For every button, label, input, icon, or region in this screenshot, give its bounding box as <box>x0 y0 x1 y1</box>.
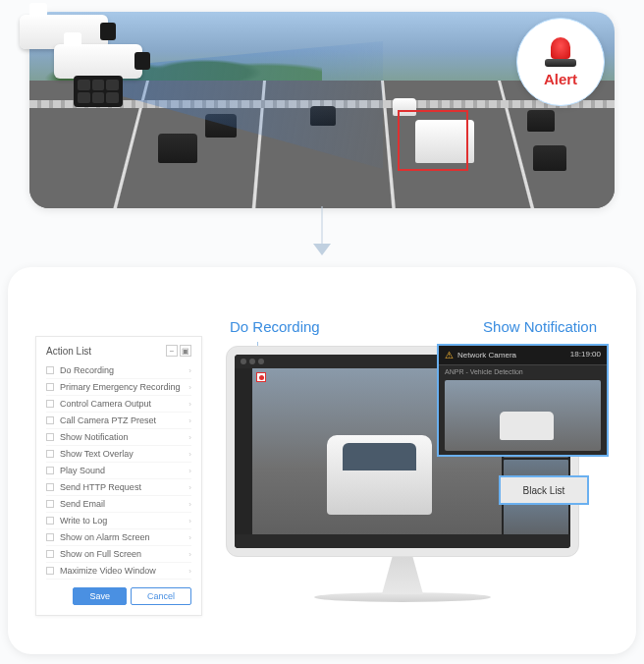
action-list-title: Action List <box>46 346 91 357</box>
checkbox[interactable] <box>46 416 54 424</box>
ir-illuminator <box>74 76 123 107</box>
chevron-right-icon: › <box>188 567 191 576</box>
detection-bounding-box <box>398 110 468 171</box>
vehicle <box>158 134 197 163</box>
checkbox[interactable] <box>46 533 54 541</box>
action-item[interactable]: Call Camera PTZ Preset› <box>46 413 191 429</box>
action-item-label: Control Camera Output <box>60 399 188 409</box>
chevron-right-icon: › <box>188 483 191 492</box>
checkbox[interactable] <box>46 500 54 508</box>
chevron-right-icon: › <box>188 467 191 475</box>
chevron-right-icon: › <box>188 433 191 442</box>
save-button[interactable]: Save <box>73 587 127 605</box>
action-item-label: Play Sound <box>60 466 188 475</box>
app-sidebar <box>235 368 252 548</box>
action-item-label: Do Recording <box>60 365 188 375</box>
chevron-right-icon: › <box>188 416 191 425</box>
panel-header-icons: − ▣ <box>166 345 191 357</box>
callout-do-recording: Do Recording <box>230 318 320 335</box>
vehicle-thumbnail <box>500 412 555 440</box>
callout-show-notification: Show Notification <box>483 318 597 335</box>
checkbox[interactable] <box>46 517 54 525</box>
notification-subtitle: ANPR - Vehicle Detection <box>439 365 607 378</box>
action-item-label: Show on Alarm Screen <box>60 532 188 542</box>
app-bottombar <box>235 534 570 548</box>
record-indicator-icon <box>256 372 266 382</box>
checkbox[interactable] <box>46 383 54 391</box>
siren-icon <box>543 37 578 67</box>
vehicle <box>527 110 555 132</box>
action-item-label: Write to Log <box>60 516 188 526</box>
action-item[interactable]: Show Notification› <box>46 429 191 446</box>
chevron-right-icon: › <box>188 550 191 559</box>
chevron-right-icon: › <box>188 383 191 392</box>
action-item-label: Send HTTP Request <box>60 482 188 492</box>
action-item[interactable]: Send Email› <box>46 496 191 513</box>
warning-icon: ⚠ <box>445 350 454 360</box>
notification-header: ⚠ Network Camera 18:19:00 <box>439 346 607 365</box>
anpr-cameras <box>0 5 177 113</box>
action-item-label: Primary Emergency Recording <box>60 382 188 392</box>
vehicle <box>205 114 237 138</box>
action-item[interactable]: Play Sound› <box>46 463 191 479</box>
action-item-label: Show on Full Screen <box>60 549 188 559</box>
chevron-right-icon: › <box>188 366 191 375</box>
checkbox[interactable] <box>46 433 54 441</box>
minus-icon[interactable]: − <box>166 345 178 357</box>
action-item[interactable]: Show Text Overlay› <box>46 446 191 463</box>
action-item[interactable]: Write to Log› <box>46 513 191 529</box>
action-item[interactable]: Show on Alarm Screen› <box>46 529 191 546</box>
action-item-label: Maximize Video Window <box>60 566 188 576</box>
monitor-stand <box>368 557 437 594</box>
action-item[interactable]: Primary Emergency Recording› <box>46 379 191 396</box>
alert-badge: Alert <box>516 18 605 106</box>
notification-snapshot <box>445 380 601 451</box>
checkbox[interactable] <box>46 567 54 575</box>
action-item-label: Call Camera PTZ Preset <box>60 415 188 425</box>
action-list-header: Action List − ▣ <box>46 345 191 357</box>
action-item[interactable]: Send HTTP Request› <box>46 479 191 496</box>
chevron-right-icon: › <box>188 533 191 542</box>
vehicle <box>533 145 566 171</box>
chevron-right-icon: › <box>188 400 191 409</box>
flow-arrow-icon <box>302 206 342 260</box>
checkbox[interactable] <box>46 550 54 558</box>
action-item[interactable]: Maximize Video Window› <box>46 563 191 580</box>
action-item[interactable]: Do Recording› <box>46 362 191 379</box>
action-item[interactable]: Control Camera Output› <box>46 396 191 413</box>
collapse-icon[interactable]: ▣ <box>180 345 191 357</box>
chevron-right-icon: › <box>188 500 191 509</box>
alert-label: Alert <box>544 71 577 87</box>
bullet-camera <box>54 44 142 79</box>
cancel-button[interactable]: Cancel <box>131 587 191 605</box>
vehicle-in-view <box>327 435 432 515</box>
chevron-right-icon: › <box>188 517 191 526</box>
checkbox[interactable] <box>46 400 54 408</box>
checkbox[interactable] <box>46 467 54 474</box>
checkbox[interactable] <box>46 366 54 374</box>
action-item[interactable]: Show on Full Screen› <box>46 546 191 563</box>
text-overlay-popup: Black List <box>499 475 589 505</box>
notification-title: Network Camera <box>457 351 516 360</box>
action-result-panel: Do Recording Show Notification Show Text… <box>8 267 636 654</box>
action-item-label: Show Notification <box>60 432 188 442</box>
notification-popup: ⚠ Network Camera 18:19:00 ANPR - Vehicle… <box>437 344 609 457</box>
notification-time: 18:19:00 <box>570 350 601 360</box>
overlay-text: Black List <box>523 485 565 496</box>
action-list-panel: Action List − ▣ Do Recording› Primary Em… <box>35 336 202 616</box>
vehicle <box>310 106 336 126</box>
action-item-label: Send Email <box>60 499 188 509</box>
chevron-right-icon: › <box>188 450 191 459</box>
action-item-label: Show Text Overlay <box>60 449 188 459</box>
checkbox[interactable] <box>46 450 54 458</box>
checkbox[interactable] <box>46 483 54 491</box>
